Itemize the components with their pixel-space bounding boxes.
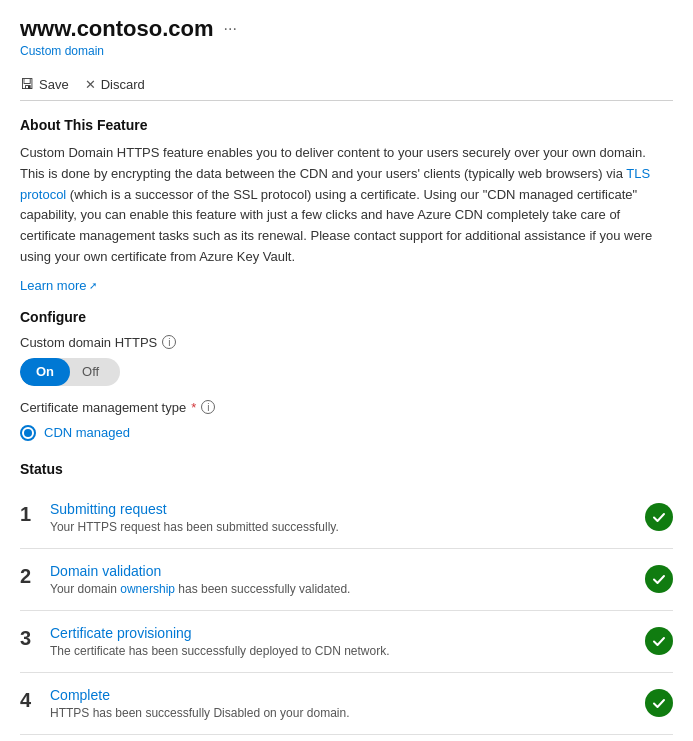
check-icon-4 bbox=[645, 689, 673, 717]
status-title: Status bbox=[20, 461, 673, 477]
https-field-label: Custom domain HTTPS i bbox=[20, 335, 673, 350]
check-icon-2 bbox=[645, 565, 673, 593]
discard-icon: ✕ bbox=[85, 77, 96, 92]
radio-button[interactable] bbox=[20, 425, 36, 441]
status-number-2: 2 bbox=[20, 563, 40, 589]
status-item-2: 2 Domain validation Your domain ownershi… bbox=[20, 549, 673, 611]
check-icon-1 bbox=[645, 503, 673, 531]
configure-section: Configure Custom domain HTTPS i On Off C… bbox=[20, 309, 673, 441]
ellipsis-button[interactable]: ··· bbox=[224, 20, 237, 38]
about-title: About This Feature bbox=[20, 117, 673, 133]
subtitle: Custom domain bbox=[20, 44, 673, 58]
save-button[interactable]: 🖫 Save bbox=[20, 76, 69, 92]
status-content-2: Domain validation Your domain ownership … bbox=[50, 563, 635, 596]
status-desc-1: Your HTTPS request has been submitted su… bbox=[50, 520, 635, 534]
status-item-1: 1 Submitting request Your HTTPS request … bbox=[20, 487, 673, 549]
status-item-4: 4 Complete HTTPS has been successfully D… bbox=[20, 673, 673, 735]
radio-selected bbox=[24, 429, 32, 437]
cdn-managed-label: CDN managed bbox=[44, 425, 130, 440]
status-content-4: Complete HTTPS has been successfully Dis… bbox=[50, 687, 635, 720]
https-info-icon[interactable]: i bbox=[162, 335, 176, 349]
status-title-2: Domain validation bbox=[50, 563, 635, 579]
cert-management-label: Certificate management type * i bbox=[20, 400, 673, 415]
status-desc-2: Your domain ownership has been successfu… bbox=[50, 582, 635, 596]
check-icon-3 bbox=[645, 627, 673, 655]
https-toggle[interactable]: On Off bbox=[20, 358, 120, 386]
cdn-managed-option[interactable]: CDN managed bbox=[20, 425, 673, 441]
toolbar: 🖫 Save ✕ Discard bbox=[20, 68, 673, 101]
status-number-3: 3 bbox=[20, 625, 40, 651]
status-number-1: 1 bbox=[20, 501, 40, 527]
status-title-3: Certificate provisioning bbox=[50, 625, 635, 641]
external-link-icon: ➚ bbox=[89, 280, 97, 291]
cert-info-icon[interactable]: i bbox=[201, 400, 215, 414]
status-section: Status 1 Submitting request Your HTTPS r… bbox=[20, 461, 673, 735]
discard-button[interactable]: ✕ Discard bbox=[85, 77, 145, 92]
about-description: Custom Domain HTTPS feature enables you … bbox=[20, 143, 673, 268]
status-desc-3: The certificate has been successfully de… bbox=[50, 644, 635, 658]
about-section: About This Feature Custom Domain HTTPS f… bbox=[20, 117, 673, 309]
save-icon: 🖫 bbox=[20, 76, 34, 92]
toggle-off-option[interactable]: Off bbox=[70, 358, 111, 386]
status-content-3: Certificate provisioning The certificate… bbox=[50, 625, 635, 658]
status-title-1: Submitting request bbox=[50, 501, 635, 517]
configure-title: Configure bbox=[20, 309, 673, 325]
learn-more-link[interactable]: Learn more ➚ bbox=[20, 278, 97, 293]
required-indicator: * bbox=[191, 400, 196, 415]
status-content-1: Submitting request Your HTTPS request ha… bbox=[50, 501, 635, 534]
status-title-4: Complete bbox=[50, 687, 635, 703]
status-item-3: 3 Certificate provisioning The certifica… bbox=[20, 611, 673, 673]
status-desc-4: HTTPS has been successfully Disabled on … bbox=[50, 706, 635, 720]
status-number-4: 4 bbox=[20, 687, 40, 713]
page-title: www.contoso.com ··· bbox=[20, 16, 673, 42]
toggle-on-option[interactable]: On bbox=[20, 358, 70, 386]
ownership-link[interactable]: ownership bbox=[120, 582, 175, 596]
